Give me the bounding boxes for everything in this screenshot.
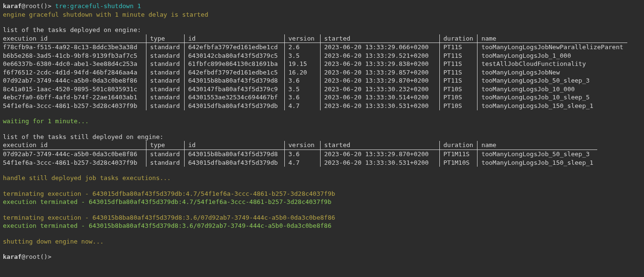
prompt-tail: ()> <box>40 253 51 260</box>
table-header-row: execution id type id version started dur… <box>3 34 627 43</box>
terminations-block: terminating execution - 643015dfba80af43… <box>3 190 641 237</box>
table-row: b6b5e268-3ad5-41cb-9bf8-9139fb3af7c5stan… <box>3 52 627 60</box>
header-name: name <box>478 141 597 149</box>
cell-duration: PT11S <box>439 43 478 52</box>
cell-type: standard <box>146 85 184 94</box>
cell-id: 61fbfc899e864130c81691ba <box>184 60 284 68</box>
prompt-line-1[interactable]: karaf@root()> tre:graceful-shutdown 1 <box>3 2 641 11</box>
header-version: version <box>284 34 320 43</box>
cell-id: 643015dfba80af43f5d379db <box>184 102 284 110</box>
cell-duration: PT11S <box>439 60 478 68</box>
cell-type: standard <box>146 93 184 102</box>
prompt-tail: ()> <box>40 2 51 10</box>
cell-version: 4.7 <box>284 159 320 167</box>
cell-name: tooManyLongLogsJob_150_sleep_1 <box>478 102 627 110</box>
prompt-at: @ <box>21 2 25 10</box>
prompt-line-2[interactable]: karaf@root()> <box>3 253 641 261</box>
cell-started: 2023-06-20 13:33:29.838+0200 <box>320 60 439 68</box>
header-id: id <box>184 34 284 43</box>
tasks-table-1: execution id type id version started dur… <box>3 34 627 110</box>
cell-duration: PT10S <box>439 85 478 94</box>
cell-duration: PT10S <box>439 93 478 102</box>
cell-started: 2023-06-20 13:33:30.531+0200 <box>320 159 439 167</box>
cell-id: 6430147fba80af43f5d379c9 <box>184 85 284 94</box>
cell-started: 2023-06-20 13:33:30.232+0200 <box>320 85 439 94</box>
cell-duration: PT11S <box>439 52 478 60</box>
cell-name: tooManyLongLogsJob_50_sleep_3 <box>478 76 627 85</box>
cell-exec: f78cfb9a-f515-4a92-8c13-8ddc3be3a38d <box>3 43 146 52</box>
table-row: f6f76512-2cdc-4d1d-94fd-46bf2846aa4astan… <box>3 68 627 77</box>
cell-version: 3.5 <box>284 85 320 94</box>
cell-started: 2023-06-20 13:33:29.857+0200 <box>320 68 439 77</box>
header-started: started <box>320 34 439 43</box>
cell-type: standard <box>146 76 184 85</box>
table-row: 54f1ef6a-3ccc-4861-b257-3d28c4037f9bstan… <box>3 159 597 167</box>
cell-duration: PT11S <box>439 76 478 85</box>
cell-started: 2023-06-20 13:33:29.870+0200 <box>320 150 439 159</box>
cell-name: tooManyLongLogsJob_1_000 <box>478 52 627 60</box>
header-version: version <box>284 141 320 149</box>
cell-type: standard <box>146 68 184 77</box>
header-exec: execution id <box>3 34 146 43</box>
table-row: 07d92ab7-3749-444c-a5b0-0da3c0be8f86stan… <box>3 76 627 85</box>
cell-started: 2023-06-20 13:33:29.521+0200 <box>320 52 439 60</box>
cell-started: 2023-06-20 13:33:30.531+0200 <box>320 102 439 110</box>
cell-exec: 54f1ef6a-3ccc-4861-b257-3d28c4037f9b <box>3 159 146 167</box>
prompt-at: @ <box>21 253 25 260</box>
cell-id: 64301553ae32534c694467bf <box>184 93 284 102</box>
cell-id: 643015dfba80af43f5d379db <box>184 159 284 167</box>
cell-type: standard <box>146 150 184 159</box>
header-id: id <box>184 141 284 149</box>
cell-id: 643015b8ba80af43f5d379d8 <box>184 76 284 85</box>
cell-exec: f6f76512-2cdc-4d1d-94fd-46bf2846aa4a <box>3 68 146 77</box>
table-row: 0e66337b-6380-4dc0-abe1-3ee88d4c253astan… <box>3 60 627 68</box>
cell-id: 642efbfa3797ed161edbe1cd <box>184 43 284 52</box>
msg-handle: handle still deployed job tasks executio… <box>3 174 641 182</box>
cell-version: 4.7 <box>284 102 320 110</box>
terminating-line: terminating execution - 643015dfba80af43… <box>3 190 641 198</box>
terminating-line: terminating execution - 643015b8ba80af43… <box>3 213 641 222</box>
cell-name: tooManyLongLogsJobNew <box>478 68 627 77</box>
msg-list-two: list of the tasks still deployed on engi… <box>3 133 641 141</box>
cell-exec: 07d92ab7-3749-444c-a5b0-0da3c0be8f86 <box>3 150 146 159</box>
header-name: name <box>478 34 627 43</box>
header-type: type <box>146 34 184 43</box>
command-arg: 1 <box>137 2 141 10</box>
cell-type: standard <box>146 52 184 60</box>
cell-name: tooManyLongLogsJob_150_sleep_1 <box>478 159 597 167</box>
cell-started: 2023-06-20 13:33:29.066+0200 <box>320 43 439 52</box>
cell-name: tooManyLongLogsJob_10_sleep_5 <box>478 93 627 102</box>
command-text: tre:graceful-shutdown <box>55 2 134 10</box>
table-header-row: execution id type id version started dur… <box>3 141 597 149</box>
cell-exec: 54f1ef6a-3ccc-4861-b257-3d28c4037f9b <box>3 102 146 110</box>
cell-id: 643015b8ba80af43f5d379d8 <box>184 150 284 159</box>
cell-type: standard <box>146 102 184 110</box>
prompt-host: root <box>25 2 40 10</box>
header-exec: execution id <box>3 141 146 149</box>
cell-duration: PT1M11S <box>439 150 478 159</box>
cell-exec: 07d92ab7-3749-444c-a5b0-0da3c0be8f86 <box>3 76 146 85</box>
cell-exec: 0e66337b-6380-4dc0-abe1-3ee88d4c253a <box>3 60 146 68</box>
cell-exec: 4ebc7fa0-6bff-4afd-b74f-22ae16403ab1 <box>3 93 146 102</box>
table-row: f78cfb9a-f515-4a92-8c13-8ddc3be3a38dstan… <box>3 43 627 52</box>
cell-version: 3.6 <box>284 93 320 102</box>
msg-started: engine graceful shutdown with 1 minute d… <box>3 11 641 19</box>
table-row: 54f1ef6a-3ccc-4861-b257-3d28c4037f9bstan… <box>3 102 627 110</box>
cell-version: 3.5 <box>284 52 320 60</box>
cell-version: 2.6 <box>284 43 320 52</box>
cell-name: tooManyLongLogsJob_50_sleep_3 <box>478 150 597 159</box>
msg-shutting: shutting down engine now... <box>3 237 641 246</box>
header-duration: duration <box>439 34 478 43</box>
cell-duration: PT11S <box>439 68 478 77</box>
cell-id: 6430142cba80af43f5d379c5 <box>184 52 284 60</box>
prompt-user: karaf <box>3 253 21 260</box>
cell-version: 19.15 <box>284 60 320 68</box>
header-type: type <box>146 141 184 149</box>
table-row: 07d92ab7-3749-444c-a5b0-0da3c0be8f86stan… <box>3 150 597 159</box>
msg-list-one: list of the tasks deployed on engine: <box>3 26 641 34</box>
cell-type: standard <box>146 43 184 52</box>
tasks-table-2: execution id type id version started dur… <box>3 141 597 167</box>
cell-exec: 8c41a015-1aac-4520-9895-501c8035931c <box>3 85 146 94</box>
cell-started: 2023-06-20 13:33:29.870+0200 <box>320 76 439 85</box>
prompt-host: root <box>25 253 40 260</box>
